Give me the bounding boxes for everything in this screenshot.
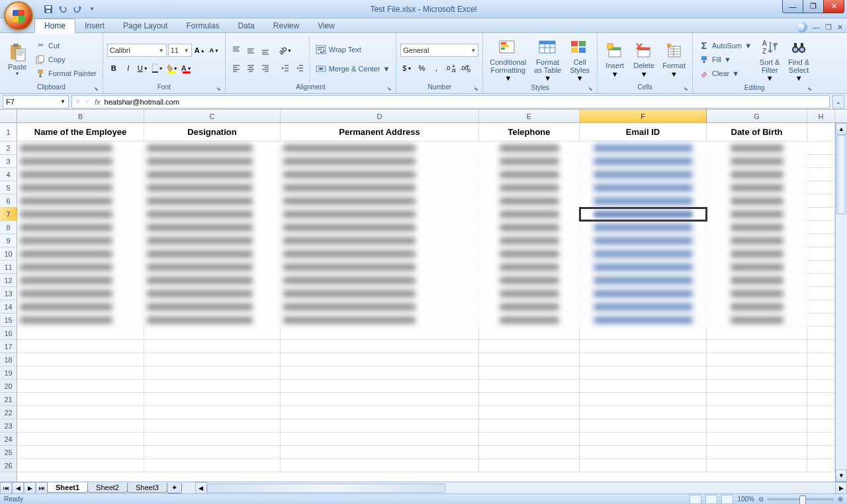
cell-F15[interactable]	[580, 314, 707, 327]
cell-E11[interactable]	[479, 261, 580, 274]
merge-center-button[interactable]: Merge & Center▼	[314, 62, 392, 75]
cell-E10[interactable]	[479, 247, 580, 261]
cell-H8[interactable]	[807, 221, 835, 234]
cell-G4[interactable]	[707, 168, 807, 181]
row-header-12[interactable]: 12	[0, 274, 17, 287]
cell-F9[interactable]	[580, 234, 707, 247]
cell-C12[interactable]	[144, 274, 281, 287]
cell-F12[interactable]	[580, 274, 707, 287]
comma-button[interactable]: ,	[429, 62, 443, 75]
decrease-indent-button[interactable]	[279, 62, 292, 75]
italic-button[interactable]: I	[122, 62, 135, 75]
close-button[interactable]: ✕	[823, 0, 844, 13]
cell-B20[interactable]	[17, 380, 144, 393]
cell-D18[interactable]	[281, 353, 479, 366]
cell-C9[interactable]	[144, 234, 281, 247]
increase-decimal-button[interactable]: .0.00	[444, 62, 457, 75]
cell-D17[interactable]	[281, 340, 479, 353]
minimize-ribbon-icon[interactable]: —	[813, 23, 820, 31]
row-header-23[interactable]: 23	[0, 419, 17, 433]
cell-G2[interactable]	[707, 142, 807, 155]
cell-G16[interactable]	[707, 327, 807, 340]
format-cells-button[interactable]: Format▼	[660, 36, 688, 83]
cell-E12[interactable]	[479, 274, 580, 287]
column-header-D[interactable]: D	[281, 110, 479, 122]
cell-D16[interactable]	[281, 327, 479, 340]
cell-G3[interactable]	[707, 155, 807, 168]
cell-G21[interactable]	[707, 393, 807, 406]
clear-button[interactable]: Clear▼	[697, 67, 754, 80]
cell-D7[interactable]	[281, 208, 479, 221]
fill-color-button[interactable]: ▼	[165, 62, 179, 75]
cell-C3[interactable]	[144, 155, 281, 168]
cell-B10[interactable]	[17, 247, 144, 261]
cell-F4[interactable]	[580, 168, 707, 181]
page-break-view-button[interactable]	[721, 495, 733, 504]
row-header-25[interactable]: 25	[0, 446, 17, 459]
row-header-26[interactable]: 26	[0, 459, 17, 472]
cell-H5[interactable]	[807, 181, 835, 194]
row-header-6[interactable]: 6	[0, 194, 17, 208]
row-header-2[interactable]: 2	[0, 142, 17, 155]
cell-F1[interactable]: Email ID	[580, 123, 707, 142]
tab-view[interactable]: View	[308, 19, 344, 32]
normal-view-button[interactable]	[690, 495, 701, 504]
format-as-table-button[interactable]: Format as Table▼	[531, 36, 564, 83]
cell-B6[interactable]	[17, 194, 144, 208]
cell-B4[interactable]	[17, 168, 144, 181]
cell-C20[interactable]	[144, 380, 281, 393]
cell-F18[interactable]	[580, 353, 707, 366]
cell-F2[interactable]	[580, 142, 707, 155]
cell-F11[interactable]	[580, 261, 707, 274]
horizontal-scrollbar[interactable]: ◀ ▶	[195, 482, 847, 494]
cell-E1[interactable]: Telephone	[479, 123, 580, 142]
cell-E13[interactable]	[479, 287, 580, 300]
cell-F16[interactable]	[580, 327, 707, 340]
cell-H18[interactable]	[807, 353, 835, 366]
row-header-18[interactable]: 18	[0, 353, 17, 366]
cell-F7[interactable]	[580, 208, 707, 221]
cell-E24[interactable]	[479, 433, 580, 446]
row-header-15[interactable]: 15	[0, 314, 17, 327]
bold-button[interactable]: B	[107, 62, 120, 75]
row-header-10[interactable]: 10	[0, 247, 17, 261]
cell-E18[interactable]	[479, 353, 580, 366]
cell-F23[interactable]	[580, 419, 707, 433]
cell-D8[interactable]	[281, 221, 479, 234]
redo-icon[interactable]	[71, 3, 83, 15]
cell-D12[interactable]	[281, 274, 479, 287]
column-header-F[interactable]: F	[580, 110, 707, 122]
cell-H4[interactable]	[807, 168, 835, 181]
sheet-tab-3[interactable]: Sheet3	[127, 483, 167, 493]
cell-B18[interactable]	[17, 353, 144, 366]
cell-B16[interactable]	[17, 327, 144, 340]
expand-formula-bar-button[interactable]: ⌄	[832, 95, 844, 108]
tab-review[interactable]: Review	[264, 19, 308, 32]
cell-G10[interactable]	[707, 247, 807, 261]
cell-G19[interactable]	[707, 366, 807, 380]
row-header-3[interactable]: 3	[0, 155, 17, 168]
zoom-level[interactable]: 100%	[737, 495, 754, 503]
cell-C23[interactable]	[144, 419, 281, 433]
font-size-combo[interactable]: 11▼	[168, 44, 192, 57]
cell-C21[interactable]	[144, 393, 281, 406]
cell-C1[interactable]: Designation	[144, 123, 281, 142]
cell-D24[interactable]	[281, 433, 479, 446]
cells-area[interactable]: Name of the EmployeeDesignationPermanent…	[17, 123, 835, 482]
cell-G13[interactable]	[707, 287, 807, 300]
column-header-C[interactable]: C	[144, 110, 281, 122]
name-box[interactable]: F7▼	[3, 95, 69, 108]
cell-F19[interactable]	[580, 366, 707, 380]
cell-H25[interactable]	[807, 446, 835, 459]
office-button[interactable]	[4, 1, 33, 30]
tab-insert[interactable]: Insert	[75, 19, 114, 32]
cell-E8[interactable]	[479, 221, 580, 234]
maximize-button[interactable]: ❐	[803, 0, 824, 13]
copy-button[interactable]: Copy	[33, 53, 99, 66]
row-header-4[interactable]: 4	[0, 168, 17, 181]
undo-icon[interactable]	[57, 3, 69, 15]
cell-H21[interactable]	[807, 393, 835, 406]
align-center-button[interactable]	[244, 62, 257, 75]
percent-button[interactable]: %	[415, 62, 428, 75]
cell-C8[interactable]	[144, 221, 281, 234]
